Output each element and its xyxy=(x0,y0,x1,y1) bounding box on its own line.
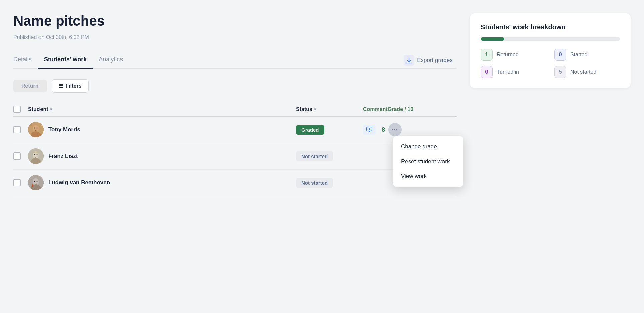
reset-work-item[interactable]: Reset student work xyxy=(393,154,463,169)
page-title: Name pitches xyxy=(13,13,457,29)
row-checkbox-franz[interactable] xyxy=(13,152,28,160)
status-cell-ludwig: Not started xyxy=(296,178,363,188)
breakdown-grid: 1 Returned 0 Started 0 Turned in 5 Not s… xyxy=(481,49,620,78)
tab-details[interactable]: Details xyxy=(13,53,38,69)
avatar-franz xyxy=(28,148,44,164)
more-options-button-tony[interactable]: ··· xyxy=(388,123,402,136)
select-all-checkbox[interactable] xyxy=(13,106,28,113)
table-row: Tony Morris Graded 8 ··· xyxy=(13,117,457,143)
svg-point-5 xyxy=(37,128,38,129)
started-label: Started xyxy=(570,52,588,58)
started-badge: 0 xyxy=(554,49,566,61)
table-header: Student ▾ Status ▾ CommentGrade / 10 xyxy=(13,102,457,117)
status-cell-franz: Not started xyxy=(296,151,363,161)
student-name-ludwig: Ludwig van Beethoven xyxy=(48,179,110,186)
status-badge-tony: Graded xyxy=(296,125,324,135)
add-comment-button-tony[interactable] xyxy=(363,125,376,135)
grade-value-tony: 8 xyxy=(382,126,385,133)
turned-in-badge: 0 xyxy=(481,66,493,78)
status-badge-ludwig: Not started xyxy=(296,178,333,188)
breakdown-returned: 1 Returned xyxy=(481,49,546,61)
row-checkbox-tony[interactable] xyxy=(13,126,28,133)
avatar-svg-tony xyxy=(28,122,44,137)
status-badge-franz: Not started xyxy=(296,151,333,161)
avatar-svg-ludwig xyxy=(28,175,44,190)
svg-point-18 xyxy=(37,181,38,182)
student-info-franz: Franz Liszt xyxy=(28,148,296,164)
returned-label: Returned xyxy=(497,52,519,58)
svg-point-2 xyxy=(33,125,39,132)
avatar-svg-franz xyxy=(28,148,44,164)
returned-badge: 1 xyxy=(481,49,493,61)
grade-cell-tony: 8 ··· Change grade Reset student work Vi… xyxy=(363,123,436,136)
row-checkbox-ludwig[interactable] xyxy=(13,179,28,186)
export-grades-label: Export grades xyxy=(417,57,453,64)
breakdown-panel: Students' work breakdown 1 Returned 0 St… xyxy=(470,13,631,88)
student-info-ludwig: Ludwig van Beethoven xyxy=(28,175,296,190)
turned-in-label: Turned in xyxy=(497,69,519,75)
svg-point-4 xyxy=(34,128,35,129)
avatar-ludwig xyxy=(28,175,44,190)
progress-bar-container xyxy=(481,37,620,41)
tab-students-work[interactable]: Students' work xyxy=(38,53,93,69)
col-grade: CommentGrade / 10 xyxy=(363,106,436,112)
view-work-item[interactable]: View work xyxy=(393,169,463,184)
change-grade-item[interactable]: Change grade xyxy=(393,139,463,154)
col-status[interactable]: Status ▾ xyxy=(296,106,363,112)
published-date: Published on Oct 30th, 6:02 PM xyxy=(13,34,457,40)
status-sort-icon: ▾ xyxy=(314,107,316,112)
avatar-tony xyxy=(28,122,44,137)
toolbar: Return ☰ Filters xyxy=(13,79,457,93)
svg-point-13 xyxy=(37,154,38,155)
table-row: Franz Liszt Not started xyxy=(13,143,457,170)
dropdown-menu: Change grade Reset student work View wor… xyxy=(393,136,463,187)
not-started-badge: 5 xyxy=(554,66,566,78)
not-started-label: Not started xyxy=(570,69,596,75)
filters-button[interactable]: ☰ Filters xyxy=(52,79,89,93)
status-cell-tony: Graded xyxy=(296,125,363,135)
export-icon xyxy=(404,55,414,66)
breakdown-started: 0 Started xyxy=(554,49,620,61)
svg-point-12 xyxy=(34,154,35,155)
svg-point-17 xyxy=(34,181,35,182)
tab-analytics[interactable]: Analytics xyxy=(93,53,129,69)
student-sort-icon: ▾ xyxy=(50,107,52,112)
filter-icon: ☰ xyxy=(59,83,63,89)
breakdown-title: Students' work breakdown xyxy=(481,23,620,31)
svg-rect-19 xyxy=(32,184,33,187)
breakdown-not-started: 5 Not started xyxy=(554,66,620,78)
more-options-icon-tony: ··· xyxy=(392,126,398,133)
table-row: Ludwig van Beethoven Not started xyxy=(13,170,457,196)
progress-bar-fill xyxy=(481,37,504,41)
return-button[interactable]: Return xyxy=(13,80,47,92)
tabs-container: Details Students' work Analytics Export … xyxy=(13,52,457,69)
student-name-franz: Franz Liszt xyxy=(48,153,78,160)
student-name-tony: Tony Morris xyxy=(48,126,80,133)
add-comment-icon xyxy=(366,127,372,133)
student-info-tony: Tony Morris xyxy=(28,122,296,137)
filters-label: Filters xyxy=(66,83,82,89)
col-student[interactable]: Student ▾ xyxy=(28,106,296,112)
export-grades-button[interactable]: Export grades xyxy=(400,52,457,68)
breakdown-turned-in: 0 Turned in xyxy=(481,66,546,78)
